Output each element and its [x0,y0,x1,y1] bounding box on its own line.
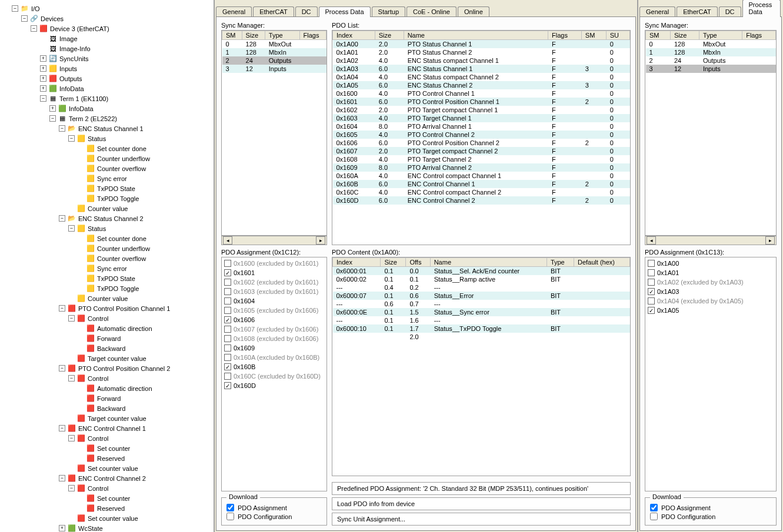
tree-leaf[interactable]: 🟥Set counter value [68,463,211,473]
tree-leaf[interactable]: 🟨Sync error [78,263,211,273]
table-row[interactable]: 0x16066.0PTO Control Position Channel 2F… [333,139,630,147]
tab-process-data[interactable]: Process Data [319,6,371,17]
table-row[interactable]: 0x6000:0E0.11.5Status__Sync errorBIT [333,308,630,316]
pdoconfig-checkbox[interactable]: PDO Configuration [226,513,322,520]
pdo-checkbox-item[interactable]: 0x1602 (excluded by 0x1601) [223,277,325,287]
tree-image[interactable]: 🖼Image [40,34,211,44]
checkbox-icon[interactable]: ✓ [224,382,231,389]
tree-leaf[interactable]: 🟨Counter underflow [78,153,211,163]
tree-status[interactable]: −🟨Status [68,223,211,233]
table-row[interactable]: 0x160D6.0ENC Control Channel 2F20 [333,196,630,205]
checkbox-icon[interactable] [224,307,231,314]
col-header[interactable]: Flags [299,31,326,40]
table-row[interactable]: 0x16022.0PTO Target compact Channel 1F0 [333,106,630,114]
tree-leaf[interactable]: 🟨Counter overflow [78,253,211,263]
pdo-checkbox-item[interactable]: 0x1605 (excluded by 0x1606) [223,306,325,315]
table-row[interactable]: 0x160A4.0ENC Control compact Channel 1F0 [333,172,630,180]
tree-leaf[interactable]: 🟨TxPDO State [78,183,211,193]
tree-leaf[interactable]: 🟥Automatic direction [78,323,211,333]
pdo-checkbox-item[interactable]: 0x1A00 [647,259,775,268]
table-row[interactable]: 224Outputs [646,56,776,65]
tree-control[interactable]: −🟥Control [68,373,211,383]
table-row[interactable]: 0x16072.0PTO Target compact Channel 2F0 [333,147,630,155]
table-row[interactable]: ---0.11.6--- [333,316,630,324]
tree-control[interactable]: −🟥Control [68,313,211,323]
checkbox-icon[interactable] [648,297,655,305]
tab-general[interactable]: General [639,6,675,16]
checkbox-icon[interactable] [224,354,231,361]
tree-encctrl1[interactable]: −🟥ENC Control Channel 1 [59,423,211,433]
tree-status[interactable]: −🟨Status [68,133,211,143]
table-row[interactable]: 1128MbxIn [646,48,776,56]
pdoassign-list[interactable]: 0x1600 (excluded by 0x1601)✓0x16010x1602… [221,257,327,491]
col-header[interactable]: Type [547,258,574,267]
col-header[interactable]: Type [265,31,299,40]
collapse-icon[interactable]: − [59,215,65,222]
col-header[interactable]: Index [333,31,375,40]
pdo-checkbox-item[interactable]: 0x1603 (excluded by 0x1601) [223,287,325,296]
tree-infodata2[interactable]: +🟩InfoData [49,103,211,113]
collapse-icon[interactable]: − [40,95,46,102]
table-row[interactable]: 0x16054.0PTO Control Channel 2F0 [333,131,630,139]
tree-leaf[interactable]: 🟥Set counter value [68,513,211,523]
tab-general[interactable]: General [216,6,252,16]
tree-leaf[interactable]: 🟥Target counter value [68,413,211,423]
pdo-checkbox-item[interactable]: 0x1607 (excluded by 0x1606) [223,324,325,334]
table-row[interactable]: 1128MbxIn [222,48,326,56]
checkbox-icon[interactable] [224,288,231,295]
tree-leaf[interactable]: 🟨Counter value [68,203,211,213]
collapse-icon[interactable]: − [12,5,18,12]
scroll-left-icon[interactable]: ◂ [647,236,656,245]
col-header[interactable]: Name [430,258,547,267]
col-header[interactable]: Size [375,31,404,40]
table-row[interactable]: 0x1A044.0ENC Status compact Channel 2F0 [333,73,630,81]
tree-leaf[interactable]: 🟥Set counter [78,443,211,453]
pdo-checkbox-item[interactable]: 0x1A04 (excluded by 0x1A05) [647,296,775,306]
checkbox-icon[interactable]: ✓ [648,288,655,295]
collapse-icon[interactable]: − [68,225,75,232]
pdo-checkbox-item[interactable]: ✓0x1A03 [647,287,775,296]
table-row[interactable]: 0x16084.0PTO Target Channel 2F0 [333,155,630,163]
tree-device3[interactable]: −🟥Device 3 (EtherCAT) [31,24,211,34]
table-row[interactable]: 0x1A036.0ENC Status Channel 1F30 [333,65,630,73]
tree-leaf[interactable]: 🟥Target counter value [68,353,211,363]
pdo-checkbox-item[interactable]: 0x160A (excluded by 0x160B) [223,353,325,362]
collapse-icon[interactable]: − [59,475,65,481]
tab-dc[interactable]: DC [719,6,741,16]
checkbox-icon[interactable] [224,335,231,342]
syncmgr-table[interactable]: SMSizeTypeFlags0128MbxOut1128MbxIn224Out… [221,30,327,236]
scrollbar-horizontal[interactable]: ◂▸ [645,236,777,245]
collapse-icon[interactable]: − [68,485,75,491]
col-header[interactable]: Size [670,31,699,40]
col-header[interactable]: Index [333,258,381,267]
tree-leaf[interactable]: 🟨Set counter done [78,233,211,243]
collapse-icon[interactable]: − [68,315,75,322]
scroll-right-icon[interactable]: ▸ [765,236,775,245]
scroll-right-icon[interactable]: ▸ [316,236,325,245]
col-header[interactable]: SM [646,31,671,40]
pdo-checkbox-item[interactable]: 0x1A02 (excluded by 0x1A03) [647,277,775,287]
table-row[interactable]: 0x1A056.0ENC Status Channel 2F30 [333,81,630,89]
tab-coe-online[interactable]: CoE - Online [407,6,457,16]
tab-ethercat[interactable]: EtherCAT [677,6,717,16]
collapse-icon[interactable]: − [59,125,65,132]
checkbox-icon[interactable]: ✓ [648,307,655,314]
pdoconfig-checkbox[interactable]: PDO Configuration [650,513,771,520]
pdo-checkbox-item[interactable]: 0x1608 (excluded by 0x1606) [223,334,325,343]
tree-control[interactable]: −🟥Control [68,433,211,443]
tree-ptopos2[interactable]: −🟥PTO Control Position Channel 2 [59,363,211,373]
predefined-button[interactable]: Predefined PDO Assignment: '2 Ch. Standa… [332,482,631,495]
checkbox-icon[interactable] [224,260,231,267]
table-row[interactable]: 312Inputs [222,65,326,73]
tree-leaf[interactable]: 🟨Counter value [68,293,211,303]
checkbox-icon[interactable] [224,373,231,380]
pdo-checkbox-item[interactable]: ✓0x1606 [223,315,325,324]
tree-enc2[interactable]: −📂ENC Status Channel 2 [59,213,211,223]
collapse-icon[interactable]: − [59,305,65,312]
pdocontent-table[interactable]: IndexSizeOffsNameTypeDefault (hex)0x6000… [332,257,631,476]
collapse-icon[interactable]: − [49,115,56,122]
table-row[interactable]: 0128MbxOut [222,40,326,49]
scrollbar-horizontal[interactable]: ◂▸ [221,236,327,245]
tree-leaf[interactable]: 🟥Forward [78,333,211,343]
expand-icon[interactable]: + [40,85,46,92]
